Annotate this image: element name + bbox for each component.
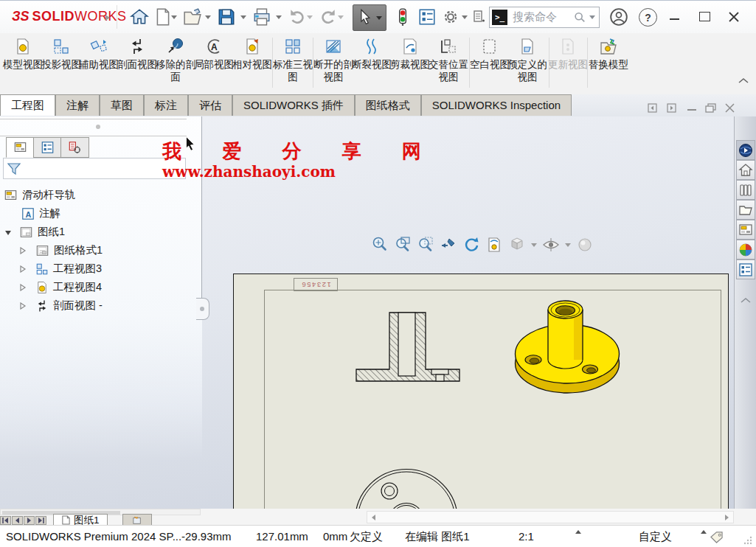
logo-flyout-arrow-icon[interactable] <box>105 14 111 21</box>
tab-drawing[interactable]: 工程图 <box>0 94 55 116</box>
tab-sheet-format[interactable]: 图纸格式 <box>355 94 421 116</box>
tab-dimension[interactable]: 标注 <box>144 94 188 116</box>
taskpane-custom-properties-button[interactable] <box>736 259 755 279</box>
window-minimize-button[interactable] <box>670 18 679 20</box>
select-dropdown-arrow[interactable] <box>376 16 382 20</box>
collapsed-arrow-icon[interactable] <box>19 265 27 273</box>
hide-show-items-eye-icon[interactable] <box>542 236 560 254</box>
ribbon-button-replace-model[interactable]: 替换模型 <box>589 35 628 93</box>
ribbon-button-crop-view[interactable]: 剪裁视图 <box>390 35 430 93</box>
redo-dropdown-arrow[interactable] <box>338 15 344 19</box>
taskpane-file-explorer-button[interactable] <box>736 200 755 220</box>
tree-item-sheet-format1[interactable]: 图纸格式1 <box>0 241 201 259</box>
tab-addins[interactable]: SOLIDWORKS 插件 <box>232 94 355 116</box>
panel-tab-property-manager[interactable] <box>33 137 62 158</box>
section-drawing-view[interactable] <box>347 307 465 384</box>
open-document-icon[interactable] <box>183 7 202 27</box>
status-sheet-scale[interactable]: 2:1 <box>519 530 534 543</box>
doc-restore-button[interactable] <box>705 103 716 113</box>
scroll-right-arrow[interactable] <box>725 515 729 520</box>
tree-item-section-view[interactable]: 剖面视图 - <box>0 296 201 315</box>
undo-dropdown-arrow[interactable] <box>307 15 313 19</box>
scroll-left-arrow[interactable] <box>372 515 375 520</box>
panel-splitter-handle[interactable] <box>96 125 100 129</box>
undo-icon[interactable] <box>288 7 307 27</box>
doc-pane-left-icon[interactable] <box>648 103 658 113</box>
zoom-to-fit-icon[interactable] <box>371 236 389 254</box>
session-doc-icon[interactable] <box>472 7 485 27</box>
save-dropdown-arrow[interactable] <box>240 15 246 19</box>
ribbon-button-auxiliary-view[interactable]: 辅助视图 <box>79 35 119 93</box>
units-dropdown-arrow[interactable] <box>701 530 707 534</box>
tab-inspection[interactable]: SOLIDWORKS Inspection <box>421 94 572 116</box>
resize-grip[interactable] <box>743 536 752 545</box>
options-list-icon[interactable] <box>417 7 437 27</box>
open-dropdown-arrow[interactable] <box>205 15 211 19</box>
display-style-dropdown-arrow[interactable] <box>531 243 537 247</box>
previous-sheet-button[interactable] <box>12 516 23 525</box>
search-dropdown-arrow[interactable] <box>589 15 595 19</box>
ribbon-button-standard-3-view[interactable]: 标准三视图 <box>273 35 313 93</box>
viewport-horizontal-scrollbar[interactable] <box>367 511 734 523</box>
tree-item-annotations[interactable]: A 注解 <box>0 204 201 223</box>
ribbon-button-empty-view[interactable]: 空白视图 <box>470 35 510 93</box>
previous-view-icon[interactable] <box>440 236 457 254</box>
settings-dropdown-arrow[interactable] <box>462 15 468 19</box>
zoom-in-out-icon[interactable] <box>417 236 434 254</box>
account-icon[interactable] <box>609 7 628 27</box>
taskpane-resources-button[interactable] <box>736 160 755 180</box>
tab-annotation[interactable]: 注解 <box>55 94 100 116</box>
panel-tab-feature-manager[interactable] <box>6 137 35 158</box>
performance-traffic-light-icon[interactable] <box>393 7 412 27</box>
ribbon-button-model-view[interactable]: 模型视图 <box>3 35 43 93</box>
redo-icon[interactable] <box>319 7 338 27</box>
new-dropdown-arrow[interactable] <box>171 15 177 19</box>
hide-show-dropdown-arrow[interactable] <box>565 243 571 247</box>
command-search-box[interactable]: >_ 搜索命令 <box>489 7 600 28</box>
search-magnifier-icon[interactable] <box>573 11 586 24</box>
taskpane-view-palette-button[interactable] <box>736 220 755 240</box>
new-document-icon[interactable] <box>153 7 173 27</box>
panel-collapse-tab[interactable] <box>196 298 209 320</box>
home-icon[interactable] <box>130 7 149 27</box>
settings-gear-icon[interactable] <box>441 7 460 27</box>
ribbon-button-relative-view[interactable]: 相对视图 <box>232 35 272 93</box>
tree-filter-box[interactable] <box>3 158 186 179</box>
taskpane-collapse-chevron[interactable] <box>741 297 751 303</box>
3d-drawing-view-icon[interactable] <box>485 236 503 254</box>
collapsed-arrow-icon[interactable] <box>19 247 27 254</box>
zoom-to-area-icon[interactable] <box>394 236 412 254</box>
ribbon-button-broken-out-section[interactable]: 断开的剖视图 <box>313 35 353 93</box>
ribbon-button-detail-view[interactable]: A 局部视图 <box>194 35 234 93</box>
appearance-sphere-icon[interactable] <box>576 236 594 254</box>
save-icon[interactable] <box>217 7 236 27</box>
ribbon-button-predefined-view[interactable]: 预定义的视图 <box>507 35 547 93</box>
scale-dropdown-arrow[interactable] <box>575 530 581 534</box>
ribbon-button-removed-section[interactable]: 移除的剖面 <box>156 35 195 93</box>
ribbon-button-projected-view[interactable]: 投影视图 <box>41 35 81 93</box>
next-sheet-button[interactable] <box>24 516 35 525</box>
taskpane-design-library-button[interactable] <box>736 180 755 200</box>
collapse-ribbon-button[interactable] <box>738 77 749 83</box>
taskpane-appearances-button[interactable] <box>736 240 755 259</box>
doc-close-button[interactable] <box>725 103 735 113</box>
window-close-button[interactable] <box>729 12 739 22</box>
tree-item-sheet1[interactable]: 图纸1 <box>0 223 201 241</box>
ribbon-button-section-view[interactable]: 剖面视图 <box>117 35 157 93</box>
window-maximize-button[interactable] <box>699 12 710 21</box>
tree-item-drawing-view3[interactable]: 工程视图3 <box>0 259 201 278</box>
search-input[interactable]: 搜索命令 <box>513 10 573 24</box>
tree-item-drawing-view4[interactable]: 工程视图4 <box>0 278 201 296</box>
tag-icon[interactable] <box>710 531 724 543</box>
status-units[interactable]: 自定义 <box>639 530 672 544</box>
ribbon-button-alternate-position[interactable]: 交替位置视图 <box>429 35 468 93</box>
redraw-icon[interactable] <box>462 236 480 254</box>
tab-evaluate[interactable]: 评估 <box>188 94 232 116</box>
print-dropdown-arrow[interactable] <box>276 15 282 19</box>
panel-tab-configuration-manager[interactable] <box>60 137 89 158</box>
last-sheet-button[interactable] <box>35 516 46 525</box>
tab-sketch[interactable]: 草图 <box>100 94 144 116</box>
select-tool-button[interactable] <box>353 4 386 31</box>
isometric-model-view[interactable] <box>509 295 631 405</box>
collapsed-arrow-icon[interactable] <box>19 302 27 310</box>
